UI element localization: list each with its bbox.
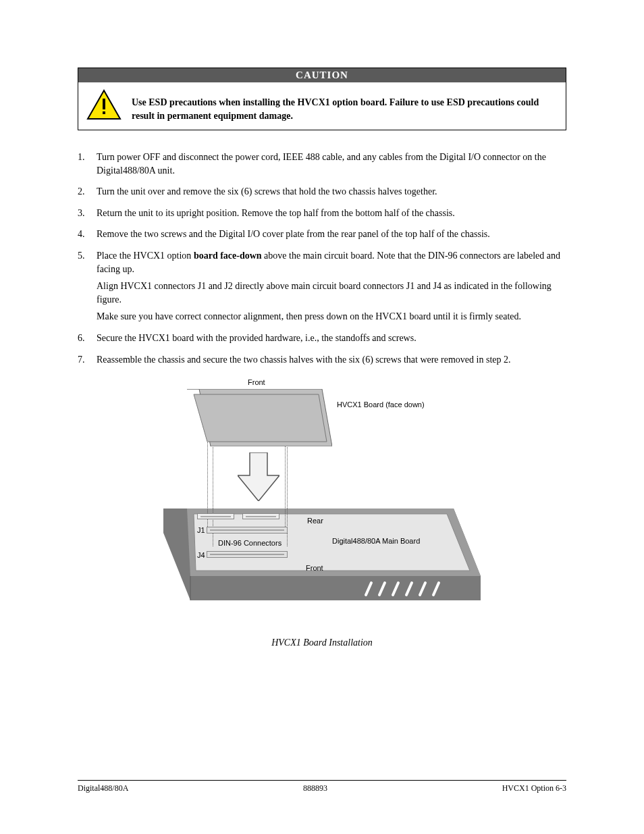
step-text: Remove the two screws and the Digital I/… [97, 228, 566, 241]
label-din96: DIN-96 Connectors [218, 539, 281, 547]
footer-page: 6-3 [554, 783, 566, 793]
step-text: Turn power OFF and disconnect the power … [97, 151, 566, 177]
connector-slot-icon [207, 551, 288, 558]
step-5: 5. Place the HVCX1 option board face-dow… [78, 249, 566, 328]
step-3: 3. Return the unit to its upright positi… [78, 207, 566, 224]
caution-header: CAUTION [78, 68, 566, 82]
connector-slot-icon [207, 527, 288, 533]
step-2: 2. Turn the unit over and remove the six… [78, 185, 566, 203]
text: Place the HVCX1 option [97, 251, 194, 261]
label-j1: J1 [197, 526, 205, 534]
svg-rect-2 [103, 111, 105, 114]
diagram-canvas: Front J1 DIN-96 Connectors J2 Rear HVCX1… [167, 377, 477, 633]
footer-center: 888893 [303, 783, 327, 793]
step-text: Make sure you have correct connector ali… [97, 310, 566, 323]
step-number: 7. [78, 353, 97, 371]
step-number: 6. [78, 332, 97, 349]
step-1: 1. Turn power OFF and disconnect the pow… [78, 151, 566, 181]
step-number: 1. [78, 151, 97, 181]
step-number: 4. [78, 228, 97, 245]
svg-marker-5 [238, 452, 279, 501]
label-front: Front [306, 564, 323, 572]
step-number: 3. [78, 207, 97, 224]
page-footer: Digital488/80A 888893 HVCX1 Option 6-3 [78, 780, 566, 793]
step-number: 5. [78, 249, 97, 328]
installation-steps: 1. Turn power OFF and disconnect the pow… [78, 151, 566, 370]
step-number: 2. [78, 185, 97, 203]
label-j4: J4 [197, 551, 205, 559]
step-text: Return the unit to its upright position.… [97, 207, 566, 220]
step-text: Turn the unit over and remove the six (6… [97, 185, 566, 199]
footer-section: HVCX1 Option [502, 783, 554, 793]
installation-diagram: Front J1 DIN-96 Connectors J2 Rear HVCX1… [78, 377, 566, 648]
footer-right: HVCX1 Option 6-3 [502, 783, 566, 793]
hvcx1-board-icon [187, 389, 332, 446]
caution-text: Use ESD precautions when installing the … [132, 89, 558, 122]
step-text: Secure the HVCX1 board with the provided… [97, 332, 566, 345]
slot-icon [197, 513, 234, 519]
step-7: 7. Reassemble the chassis and secure the… [78, 353, 566, 371]
step-6: 6. Secure the HVCX1 board with the provi… [78, 332, 566, 349]
step-text: Place the HVCX1 option board face-down a… [97, 249, 566, 276]
svg-rect-1 [103, 99, 105, 109]
svg-marker-4 [194, 394, 327, 442]
caution-body: Use ESD precautions when installing the … [78, 82, 566, 130]
figure-caption: HVCX1 Board Installation [78, 637, 566, 648]
label-main-board: Digital488/80A Main Board [332, 537, 420, 545]
slot-icon [242, 513, 279, 519]
down-arrow-icon [238, 452, 279, 501]
text-bold: board face-down [194, 251, 262, 261]
label-hvcx1-board: HVCX1 Board (face down) [337, 400, 425, 409]
caution-box: CAUTION Use ESD precautions when install… [78, 68, 566, 130]
step-text: Reassemble the chassis and secure the tw… [97, 353, 566, 367]
label-rear: Rear [307, 517, 323, 525]
step-text: Align HVCX1 connectors J1 and J2 directl… [97, 280, 566, 306]
label-front: Front [248, 378, 265, 386]
step-4: 4. Remove the two screws and the Digital… [78, 228, 566, 245]
footer-left: Digital488/80A [78, 783, 128, 793]
main-board-icon [163, 509, 481, 617]
warning-icon [86, 89, 122, 123]
